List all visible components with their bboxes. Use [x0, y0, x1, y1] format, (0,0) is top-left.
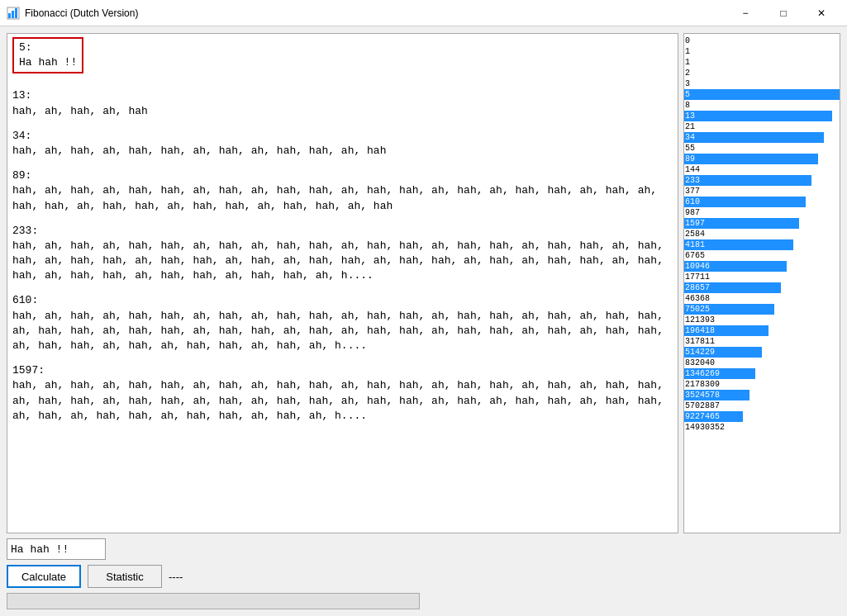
chart-label: 5702887 — [685, 401, 720, 410]
chart-row: 5 — [684, 89, 840, 100]
chart-label: 832040 — [685, 358, 715, 367]
svg-rect-3 — [15, 8, 17, 18]
bar — [684, 89, 840, 100]
svg-rect-1 — [8, 13, 11, 18]
entry-number: 233: — [12, 224, 673, 239]
svg-rect-2 — [12, 11, 14, 18]
chart-label: 4181 — [685, 240, 705, 249]
chart-label: 0 — [685, 36, 690, 45]
chart-row: 2584 — [684, 229, 840, 239]
chart-label: 46368 — [685, 294, 710, 303]
chart-row: 3524578 — [684, 390, 840, 400]
chart-row: 1346269 — [684, 368, 840, 379]
chart-row: 5702887 — [684, 400, 840, 411]
entry-block: 233:hah, ah, hah, ah, hah, hah, ah, hah,… — [12, 224, 673, 284]
chart-label: 21 — [685, 122, 695, 131]
chart-label: 2178309 — [685, 380, 720, 389]
calculate-button[interactable]: Calculate — [7, 565, 81, 588]
bar — [684, 111, 832, 121]
entry-text: hah, ah, hah, ah, hah, hah, ah, hah, ah,… — [12, 378, 673, 424]
title-bar: Fibonacci (Dutch Version) − □ ✕ — [0, 0, 847, 26]
chart-row: 987 — [684, 207, 840, 218]
chart-label: 14930352 — [685, 423, 725, 432]
chart-row: 46368 — [684, 293, 840, 304]
chart-row: 8 — [684, 100, 840, 111]
chart-row: 17711 — [684, 272, 840, 282]
entry-text: hah, ah, hah, ah, hah — [12, 104, 673, 119]
chart-row: 377 — [684, 186, 840, 197]
entry-block: 5:Ha hah !! — [12, 37, 673, 78]
chart-row: 514229 — [684, 347, 840, 358]
chart-label: 17711 — [685, 272, 710, 282]
input-row — [7, 538, 840, 560]
entry-text: hah, ah, hah, ah, hah, hah, ah, hah, ah,… — [12, 309, 673, 354]
chart-label: 13 — [685, 111, 695, 121]
chart-label: 121393 — [685, 315, 715, 325]
chart-row: 832040 — [684, 358, 840, 368]
bar — [684, 154, 818, 164]
window-title: Fibonacci (Dutch Version) — [25, 7, 726, 19]
buttons-row: Calculate Statistic ---- — [7, 565, 840, 588]
chart-row: 9227465 — [684, 411, 840, 422]
chart-row: 4181 — [684, 239, 840, 250]
entry-number: 5: — [19, 40, 77, 55]
chart-label: 196418 — [685, 326, 715, 335]
statistic-button[interactable]: Statistic — [88, 565, 162, 588]
text-output[interactable]: 5:Ha hah !!13:hah, ah, hah, ah, hah34:ha… — [7, 33, 678, 533]
chart-label: 10946 — [685, 262, 710, 271]
chart-row: 21 — [684, 121, 840, 132]
chart-label: 987 — [685, 208, 700, 217]
close-button[interactable]: ✕ — [802, 0, 840, 26]
chart-row: 1597 — [684, 218, 840, 229]
chart-row: 10946 — [684, 261, 840, 272]
chart-label: 610 — [685, 197, 700, 206]
chart-label: 233 — [685, 176, 700, 185]
top-area: 5:Ha hah !!13:hah, ah, hah, ah, hah34:ha… — [7, 33, 840, 533]
bar — [684, 132, 824, 143]
entry-text: hah, ah, hah, ah, hah, hah, ah, hah, ah,… — [12, 144, 673, 159]
chart-row: 121393 — [684, 315, 840, 325]
entry-text: hah, ah, hah, ah, hah, hah, ah, hah, ah,… — [12, 239, 673, 284]
result-label: ---- — [169, 571, 183, 583]
app-icon — [7, 7, 20, 20]
chart-label: 2584 — [685, 230, 705, 239]
chart-label: 1597 — [685, 219, 705, 228]
chart-label: 28657 — [685, 283, 710, 292]
chart-row: 89 — [684, 154, 840, 164]
chart-label: 89 — [685, 154, 695, 163]
chart-label: 3524578 — [685, 391, 720, 400]
chart-row: 6765 — [684, 250, 840, 261]
entry-block: 1597:hah, ah, hah, ah, hah, hah, ah, hah… — [12, 363, 673, 424]
bottom-controls: Calculate Statistic ---- — [7, 538, 840, 609]
maximize-button[interactable]: □ — [764, 0, 802, 26]
chart-row: 0 — [684, 36, 840, 46]
chart-row: 75025 — [684, 304, 840, 315]
chart-label: 8 — [685, 101, 690, 110]
input-field[interactable] — [7, 538, 106, 560]
chart-row: 233 — [684, 175, 840, 186]
chart-row: 1 — [684, 46, 840, 57]
chart-label: 2 — [685, 69, 690, 78]
chart-label: 75025 — [685, 305, 710, 314]
entry-block: 89:hah, ah, hah, ah, hah, hah, ah, hah, … — [12, 168, 673, 214]
minimize-button[interactable]: − — [726, 0, 764, 26]
window-controls: − □ ✕ — [726, 0, 840, 26]
chart-row: 610 — [684, 197, 840, 207]
chart-row: 14930352 — [684, 422, 840, 433]
chart-label: 144 — [685, 165, 700, 174]
chart-label: 1346269 — [685, 369, 720, 378]
chart-row: 34 — [684, 132, 840, 143]
entry-text: hah, ah, hah, ah, hah, hah, ah, hah, ah,… — [12, 183, 673, 213]
chart-label: 1 — [685, 58, 690, 67]
chart-label: 9227465 — [685, 412, 720, 421]
chart-row: 2 — [684, 68, 840, 78]
bar — [684, 175, 811, 186]
entry-number: 13: — [12, 88, 673, 103]
chart-label: 1 — [685, 47, 690, 56]
entry-number: 89: — [12, 168, 673, 183]
chart-row: 55 — [684, 143, 840, 154]
chart-label: 34 — [685, 133, 695, 142]
window-content: 5:Ha hah !!13:hah, ah, hah, ah, hah34:ha… — [0, 26, 847, 616]
bar — [684, 197, 806, 207]
chart-row: 317811 — [684, 336, 840, 347]
